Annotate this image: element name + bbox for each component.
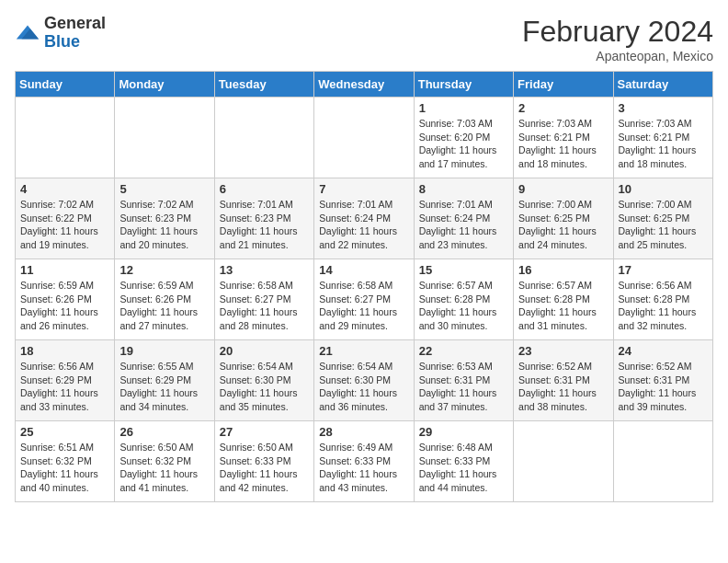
day-info: Sunrise: 6:51 AMSunset: 6:32 PMDaylight:… [20, 441, 109, 495]
calendar-cell: 13Sunrise: 6:58 AMSunset: 6:27 PMDayligh… [214, 259, 313, 340]
header-friday: Friday [514, 72, 613, 98]
calendar-cell: 27Sunrise: 6:50 AMSunset: 6:33 PMDayligh… [214, 421, 313, 502]
location-subtitle: Apanteopan, Mexico [522, 49, 713, 63]
header-saturday: Saturday [613, 72, 712, 98]
calendar-cell [214, 98, 313, 178]
day-info: Sunrise: 6:56 AMSunset: 6:29 PMDaylight:… [20, 360, 109, 414]
calendar-week-row: 4Sunrise: 7:02 AMSunset: 6:22 PMDaylight… [16, 178, 713, 259]
day-number: 11 [20, 263, 109, 277]
calendar-cell: 4Sunrise: 7:02 AMSunset: 6:22 PMDaylight… [16, 178, 115, 259]
day-number: 6 [220, 182, 309, 196]
day-number: 24 [619, 344, 708, 358]
day-number: 25 [20, 425, 109, 439]
header-tuesday: Tuesday [214, 72, 313, 98]
calendar-cell: 24Sunrise: 6:52 AMSunset: 6:31 PMDayligh… [613, 340, 712, 421]
day-info: Sunrise: 6:57 AMSunset: 6:28 PMDaylight:… [419, 279, 508, 333]
calendar-table: SundayMondayTuesdayWednesdayThursdayFrid… [15, 71, 713, 502]
header-thursday: Thursday [414, 72, 513, 98]
day-info: Sunrise: 6:56 AMSunset: 6:28 PMDaylight:… [619, 279, 708, 333]
calendar-week-row: 25Sunrise: 6:51 AMSunset: 6:32 PMDayligh… [16, 421, 713, 502]
day-number: 23 [518, 344, 608, 358]
calendar-cell: 12Sunrise: 6:59 AMSunset: 6:26 PMDayligh… [115, 259, 214, 340]
calendar-cell: 26Sunrise: 6:50 AMSunset: 6:32 PMDayligh… [115, 421, 214, 502]
day-info: Sunrise: 7:01 AMSunset: 6:24 PMDaylight:… [319, 198, 408, 252]
day-info: Sunrise: 6:59 AMSunset: 6:26 PMDaylight:… [119, 279, 209, 333]
calendar-cell: 11Sunrise: 6:59 AMSunset: 6:26 PMDayligh… [16, 259, 115, 340]
calendar-cell: 3Sunrise: 7:03 AMSunset: 6:21 PMDaylight… [613, 98, 712, 178]
calendar-cell: 6Sunrise: 7:01 AMSunset: 6:23 PMDaylight… [214, 178, 313, 259]
logo-blue: Blue [44, 33, 106, 52]
day-info: Sunrise: 7:03 AMSunset: 6:21 PMDaylight:… [518, 117, 608, 171]
calendar-cell: 20Sunrise: 6:54 AMSunset: 6:30 PMDayligh… [214, 340, 313, 421]
day-number: 14 [319, 263, 408, 277]
day-number: 20 [220, 344, 309, 358]
calendar-cell: 5Sunrise: 7:02 AMSunset: 6:23 PMDaylight… [115, 178, 214, 259]
calendar-cell: 15Sunrise: 6:57 AMSunset: 6:28 PMDayligh… [414, 259, 513, 340]
calendar-cell: 28Sunrise: 6:49 AMSunset: 6:33 PMDayligh… [314, 421, 414, 502]
day-number: 5 [119, 182, 209, 196]
calendar-cell: 19Sunrise: 6:55 AMSunset: 6:29 PMDayligh… [115, 340, 214, 421]
day-info: Sunrise: 6:58 AMSunset: 6:27 PMDaylight:… [220, 279, 309, 333]
calendar-cell: 25Sunrise: 6:51 AMSunset: 6:32 PMDayligh… [16, 421, 115, 502]
calendar-cell [16, 98, 115, 178]
day-number: 22 [419, 344, 508, 358]
day-info: Sunrise: 7:03 AMSunset: 6:20 PMDaylight:… [419, 117, 508, 171]
calendar-cell: 9Sunrise: 7:00 AMSunset: 6:25 PMDaylight… [514, 178, 613, 259]
calendar-cell: 22Sunrise: 6:53 AMSunset: 6:31 PMDayligh… [414, 340, 513, 421]
calendar-cell: 23Sunrise: 6:52 AMSunset: 6:31 PMDayligh… [514, 340, 613, 421]
day-info: Sunrise: 6:50 AMSunset: 6:32 PMDaylight:… [119, 441, 209, 495]
calendar-cell: 10Sunrise: 7:00 AMSunset: 6:25 PMDayligh… [613, 178, 712, 259]
day-number: 27 [220, 425, 309, 439]
day-info: Sunrise: 6:48 AMSunset: 6:33 PMDaylight:… [419, 441, 508, 495]
day-number: 9 [518, 182, 608, 196]
day-info: Sunrise: 6:59 AMSunset: 6:26 PMDaylight:… [20, 279, 109, 333]
calendar-cell: 1Sunrise: 7:03 AMSunset: 6:20 PMDaylight… [414, 98, 513, 178]
day-number: 4 [20, 182, 109, 196]
calendar-header-row: SundayMondayTuesdayWednesdayThursdayFrid… [16, 72, 713, 98]
day-number: 29 [419, 425, 508, 439]
day-number: 26 [119, 425, 209, 439]
calendar-week-row: 1Sunrise: 7:03 AMSunset: 6:20 PMDaylight… [16, 98, 713, 178]
day-number: 3 [619, 101, 708, 115]
day-number: 17 [619, 263, 708, 277]
day-info: Sunrise: 7:02 AMSunset: 6:23 PMDaylight:… [119, 198, 209, 252]
day-info: Sunrise: 6:54 AMSunset: 6:30 PMDaylight:… [220, 360, 309, 414]
calendar-week-row: 11Sunrise: 6:59 AMSunset: 6:26 PMDayligh… [16, 259, 713, 340]
title-area: February 2024 Apanteopan, Mexico [522, 15, 713, 63]
calendar-cell: 8Sunrise: 7:01 AMSunset: 6:24 PMDaylight… [414, 178, 513, 259]
calendar-cell: 7Sunrise: 7:01 AMSunset: 6:24 PMDaylight… [314, 178, 414, 259]
header-sunday: Sunday [16, 72, 115, 98]
calendar-cell [314, 98, 414, 178]
day-info: Sunrise: 6:49 AMSunset: 6:33 PMDaylight:… [319, 441, 408, 495]
day-info: Sunrise: 6:55 AMSunset: 6:29 PMDaylight:… [119, 360, 209, 414]
day-number: 2 [518, 101, 608, 115]
day-info: Sunrise: 6:50 AMSunset: 6:33 PMDaylight:… [220, 441, 309, 495]
day-number: 18 [20, 344, 109, 358]
day-info: Sunrise: 7:00 AMSunset: 6:25 PMDaylight:… [619, 198, 708, 252]
calendar-cell [613, 421, 712, 502]
day-info: Sunrise: 7:00 AMSunset: 6:25 PMDaylight:… [518, 198, 608, 252]
day-number: 7 [319, 182, 408, 196]
calendar-cell: 14Sunrise: 6:58 AMSunset: 6:27 PMDayligh… [314, 259, 414, 340]
calendar-week-row: 18Sunrise: 6:56 AMSunset: 6:29 PMDayligh… [16, 340, 713, 421]
day-number: 13 [220, 263, 309, 277]
day-number: 19 [119, 344, 209, 358]
day-info: Sunrise: 7:01 AMSunset: 6:24 PMDaylight:… [419, 198, 508, 252]
calendar-cell: 21Sunrise: 6:54 AMSunset: 6:30 PMDayligh… [314, 340, 414, 421]
day-info: Sunrise: 6:52 AMSunset: 6:31 PMDaylight:… [518, 360, 608, 414]
month-title: February 2024 [522, 15, 713, 49]
logo-general: General [44, 15, 106, 33]
day-number: 10 [619, 182, 708, 196]
calendar-cell: 17Sunrise: 6:56 AMSunset: 6:28 PMDayligh… [613, 259, 712, 340]
day-number: 28 [319, 425, 408, 439]
day-number: 1 [419, 101, 508, 115]
calendar-cell: 16Sunrise: 6:57 AMSunset: 6:28 PMDayligh… [514, 259, 613, 340]
day-info: Sunrise: 6:57 AMSunset: 6:28 PMDaylight:… [518, 279, 608, 333]
header-wednesday: Wednesday [314, 72, 414, 98]
logo-text: General Blue [44, 15, 106, 52]
page-header: General Blue February 2024 Apanteopan, M… [15, 15, 713, 63]
calendar-cell: 29Sunrise: 6:48 AMSunset: 6:33 PMDayligh… [414, 421, 513, 502]
logo-icon [15, 20, 40, 46]
day-info: Sunrise: 7:01 AMSunset: 6:23 PMDaylight:… [220, 198, 309, 252]
day-info: Sunrise: 7:02 AMSunset: 6:22 PMDaylight:… [20, 198, 109, 252]
